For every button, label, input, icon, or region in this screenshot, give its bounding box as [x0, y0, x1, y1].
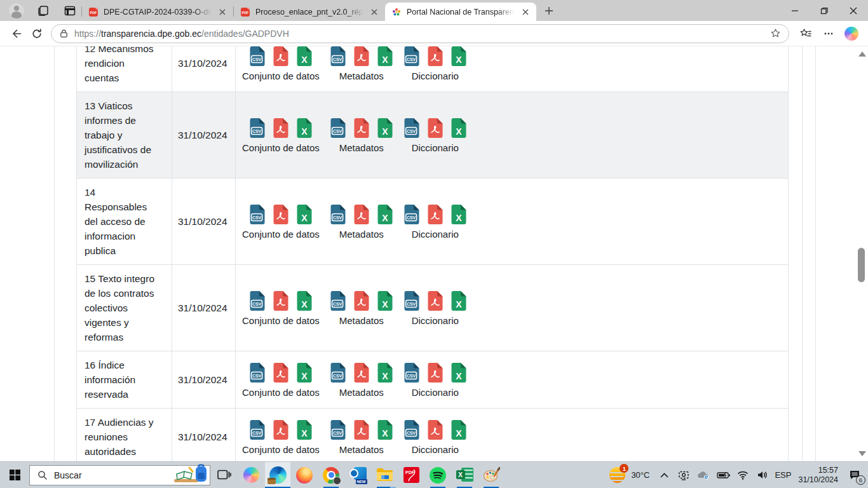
taskbar-search-input[interactable]: Buscar	[29, 465, 210, 485]
pdf-file-icon[interactable]	[273, 204, 289, 225]
csv-file-icon[interactable]: CSV	[249, 46, 266, 67]
csv-file-icon[interactable]: CSV	[249, 118, 266, 139]
tab-close-icon[interactable]	[520, 6, 531, 18]
taskbar-excel-icon[interactable]: X	[452, 462, 477, 488]
tab-close-icon[interactable]	[369, 6, 380, 18]
csv-file-icon[interactable]: CSV	[403, 204, 420, 225]
settings-ellipsis-icon[interactable]	[818, 24, 839, 44]
csv-file-icon[interactable]: CSV	[403, 362, 420, 383]
csv-file-icon[interactable]: CSV	[330, 118, 346, 139]
search-highlight-doodle[interactable]	[173, 463, 208, 484]
tab-pdf-1[interactable]: PDF DPE-CGTAIP-2024-0339-O-directri	[82, 3, 233, 21]
excel-file-icon[interactable]: X	[296, 290, 313, 311]
scroll-down-icon[interactable]	[858, 451, 866, 456]
excel-file-icon[interactable]: X	[296, 419, 313, 440]
pdf-file-icon[interactable]	[353, 46, 370, 67]
pdf-file-icon[interactable]	[427, 362, 444, 383]
excel-file-icon[interactable]: X	[451, 362, 467, 383]
back-icon[interactable]	[6, 24, 27, 44]
scrollbar-thumb[interactable]	[858, 248, 865, 282]
csv-file-icon[interactable]: CSV	[249, 362, 266, 383]
excel-file-icon[interactable]: X	[451, 204, 467, 225]
csv-file-icon[interactable]: CSV	[330, 362, 346, 383]
pdf-file-icon[interactable]	[273, 290, 289, 311]
taskbar-firefox-icon[interactable]	[292, 462, 317, 488]
tab-portal-transparencia[interactable]: Portal Nacional de Transparencia	[385, 3, 536, 21]
pdf-file-icon[interactable]	[353, 362, 370, 383]
excel-file-icon[interactable]: X	[296, 118, 313, 139]
site-lock-icon[interactable]	[59, 29, 69, 38]
pdf-file-icon[interactable]	[353, 204, 370, 225]
hidden-icons-chevron[interactable]	[656, 462, 672, 488]
refresh-icon[interactable]	[27, 24, 47, 44]
language-indicator[interactable]: ESP	[775, 470, 791, 480]
pdf-file-icon[interactable]	[273, 46, 289, 67]
clock[interactable]: 15:57 31/10/2024	[796, 466, 841, 485]
battery-icon[interactable]	[715, 462, 731, 488]
pdf-file-icon[interactable]	[273, 362, 289, 383]
notification-center-icon[interactable]: 6	[845, 462, 864, 488]
csv-file-icon[interactable]: CSV	[249, 419, 266, 440]
excel-file-icon[interactable]: X	[451, 290, 467, 311]
pdf-file-icon[interactable]	[273, 419, 289, 440]
excel-file-icon[interactable]: X	[451, 419, 467, 440]
excel-file-icon[interactable]: X	[296, 362, 313, 383]
csv-file-icon[interactable]: CSV	[330, 46, 346, 67]
taskbar-paint-icon[interactable]	[478, 462, 504, 488]
pdf-file-icon[interactable]	[353, 290, 370, 311]
wifi-icon[interactable]	[735, 462, 750, 488]
excel-file-icon[interactable]: X	[451, 46, 467, 67]
address-bar[interactable]: https://transparencia.dpe.gob.ec/entidad…	[51, 24, 789, 43]
taskbar-copilot-icon[interactable]	[238, 462, 264, 488]
new-tab-button[interactable]	[540, 2, 558, 20]
cast-display-icon[interactable]	[676, 462, 691, 488]
taskbar-chrome-icon[interactable]	[318, 462, 344, 488]
taskbar-spotify-icon[interactable]	[425, 462, 451, 488]
csv-file-icon[interactable]: CSV	[330, 419, 346, 440]
start-button[interactable]	[0, 462, 29, 488]
csv-file-icon[interactable]: CSV	[403, 419, 420, 440]
tab-actions-icon[interactable]	[62, 3, 78, 18]
scroll-up-icon[interactable]	[858, 51, 866, 57]
taskbar-file-explorer-icon[interactable]	[372, 462, 397, 488]
pdf-file-icon[interactable]	[427, 204, 444, 225]
pdf-file-icon[interactable]	[353, 118, 370, 139]
csv-file-icon[interactable]: CSV	[403, 46, 420, 67]
tab-close-icon[interactable]	[217, 6, 228, 18]
excel-file-icon[interactable]: X	[296, 204, 313, 225]
csv-file-icon[interactable]: CSV	[330, 290, 346, 311]
pdf-file-icon[interactable]	[353, 419, 370, 440]
favorite-star-icon[interactable]	[770, 28, 781, 39]
csv-file-icon[interactable]: CSV	[403, 290, 420, 311]
workspaces-icon[interactable]	[36, 3, 51, 18]
close-button[interactable]	[839, 0, 868, 21]
excel-file-icon[interactable]: X	[377, 362, 393, 383]
weather-widget[interactable]: 1 30°C	[609, 466, 652, 484]
excel-file-icon[interactable]: X	[377, 118, 393, 139]
pdf-file-icon[interactable]	[273, 118, 289, 139]
pdf-file-icon[interactable]	[427, 118, 444, 139]
pdf-file-icon[interactable]	[427, 419, 444, 440]
taskbar-outlook-icon[interactable]: NEW	[345, 462, 370, 488]
pdf-file-icon[interactable]	[427, 290, 444, 311]
excel-file-icon[interactable]: X	[296, 46, 313, 67]
excel-file-icon[interactable]: X	[451, 118, 467, 139]
csv-file-icon[interactable]: CSV	[403, 118, 420, 139]
page-scrollbar[interactable]	[857, 46, 867, 461]
tab-pdf-2[interactable]: PDF Proceso_enlace_pnt_v2.0_réplica_s	[234, 3, 385, 21]
copilot-icon[interactable]	[841, 24, 862, 44]
restore-button[interactable]	[810, 0, 839, 21]
excel-file-icon[interactable]: X	[377, 419, 393, 440]
taskbar-edge-icon[interactable]	[265, 462, 290, 488]
pdf-file-icon[interactable]	[427, 46, 444, 67]
csv-file-icon[interactable]: CSV	[249, 290, 266, 311]
excel-file-icon[interactable]: X	[377, 290, 393, 311]
profile-avatar-icon[interactable]	[9, 3, 24, 18]
task-view-button[interactable]	[212, 462, 237, 488]
taskbar-pdf24-icon[interactable]: PDF	[398, 462, 424, 488]
favorites-hub-icon[interactable]	[796, 24, 816, 44]
excel-file-icon[interactable]: X	[377, 204, 393, 225]
csv-file-icon[interactable]: CSV	[249, 204, 266, 225]
excel-file-icon[interactable]: X	[377, 46, 393, 67]
volume-icon[interactable]	[755, 462, 770, 488]
